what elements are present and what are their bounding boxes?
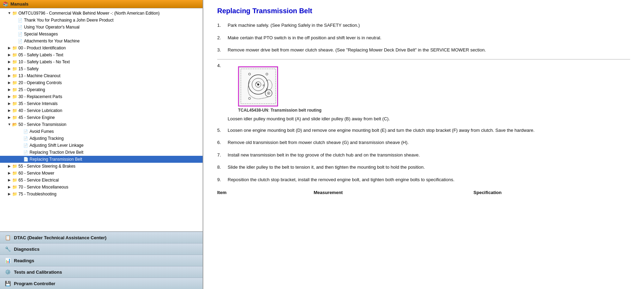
step-3: 3. Remove mower drive belt from mower cl…: [217, 47, 630, 54]
nav-readings[interactable]: 📊 Readings: [0, 255, 203, 266]
tree-label: 45 - Service Engine: [18, 114, 55, 121]
tree-label: 05 - Safety Labels - Text: [18, 52, 63, 58]
tree-item-00[interactable]: ▶ 📁 00 - Product Identification: [0, 45, 203, 51]
belt-diagram-caption: TCAL45438-UN: Transmission belt routing: [238, 108, 630, 113]
tree-item-thankyou[interactable]: 📄 Thank You for Purchasing a John Deere …: [0, 17, 203, 24]
step-9-num: 9.: [217, 176, 228, 183]
folder-icon-75: 📁: [12, 191, 17, 197]
manuals-icon: 📚: [3, 1, 8, 7]
tree-item-special[interactable]: 📄 Special Messages: [0, 31, 203, 38]
step-7-text: Install new transmission belt in the top…: [228, 152, 630, 159]
tree-item-05[interactable]: ▶ 📁 05 - Safety Labels - Text: [0, 51, 203, 58]
dtac-icon: 📋: [4, 234, 11, 241]
folder-icon-70: 📁: [12, 184, 17, 190]
tree-item-55[interactable]: ▶ 📁 55 - Service Steering & Brakes: [0, 163, 203, 170]
tree-label: 10 - Safety Labels - No Text: [18, 59, 70, 65]
tree-item-attachments[interactable]: 📄 Attachments for Your Machine: [0, 38, 203, 45]
step-8-num: 8.: [217, 164, 228, 171]
tree-label: 15 - Safety: [18, 66, 39, 72]
folder-icon-45: 📁: [12, 114, 17, 121]
page-title: Replacing Transmission Belt: [217, 7, 630, 15]
tree-item-15[interactable]: ▶ 📁 15 - Safety: [0, 65, 203, 72]
step-4-num: 4.: [217, 63, 228, 121]
nav-dtac-label: DTAC (Dealer Technical Assistance Center…: [14, 235, 106, 240]
tree-label: Avoid Fumes: [30, 128, 54, 135]
program-icon: 💾: [4, 280, 11, 287]
nav-diagnostics[interactable]: 🔧 Diagnostics: [0, 243, 203, 255]
tree-item-30[interactable]: ▶ 📁 30 - Replacement Parts: [0, 93, 203, 100]
folder-icon-50: 📂: [12, 121, 17, 128]
tree-item-50[interactable]: ▼ 📂 50 - Service Transmission: [0, 121, 203, 128]
step-1: 1. Park machine safely. (See Parking Saf…: [217, 22, 630, 29]
doc-icon-7: 📄: [23, 142, 28, 148]
left-bottom-nav: 📋 DTAC (Dealer Technical Assistance Cent…: [0, 232, 203, 289]
readings-icon: 📊: [4, 257, 11, 264]
doc-icon-9: 📄: [23, 156, 28, 162]
nav-diagnostics-label: Diagnostics: [14, 247, 40, 252]
svg-text:C: C: [266, 87, 268, 90]
step-3-text: Remove mower drive belt from mower clutc…: [228, 47, 630, 54]
manuals-title: Manuals: [10, 1, 28, 7]
tree-label: Replacing Traction Drive Belt: [30, 149, 83, 155]
nav-program[interactable]: 💾 Program Controller: [0, 278, 203, 289]
tree-item-adj-shift[interactable]: 📄 Adjusting Shift Lever Linkage: [0, 142, 203, 149]
doc-icon: 📄: [17, 17, 23, 23]
doc-icon-2: 📄: [17, 24, 23, 30]
tree-label: 13 - Machine Cleanout: [18, 73, 60, 79]
tree-item-60[interactable]: ▶ 📁 60 - Service Mower: [0, 170, 203, 177]
tree-area: ▼ 📁 OMTCU39796 - Commercial Walk Behind …: [0, 8, 203, 199]
step-5-num: 5.: [217, 127, 228, 134]
step-4: 4.: [217, 63, 630, 121]
diagnostics-icon: 🔧: [4, 246, 11, 252]
tree-label: 25 - Operating: [18, 87, 45, 93]
doc-icon-5: 📄: [23, 128, 28, 135]
nav-readings-label: Readings: [14, 258, 34, 263]
doc-icon-4: 📄: [17, 38, 23, 44]
belt-diagram-svg: A B C: [239, 67, 277, 105]
tree-item-avoid-fumes[interactable]: 📄 Avoid Fumes: [0, 128, 203, 135]
caption-text: Transmission belt routing: [270, 108, 321, 113]
folder-icon-65: 📁: [12, 177, 17, 183]
nav-tests[interactable]: ⚙️ Tests and Calibrations: [0, 266, 203, 278]
folder-icon-10: 📁: [12, 59, 17, 65]
nav-program-label: Program Controller: [14, 281, 55, 286]
tree-label-selected: Replacing Transmission Belt: [30, 156, 82, 162]
svg-text:A: A: [255, 81, 258, 85]
tree-item-adj-tracking[interactable]: 📄 Adjusting Tracking: [0, 135, 203, 142]
folder-icon-40: 📁: [12, 107, 17, 114]
step-8: 8. Slide the idler pulley to the belt to…: [217, 164, 630, 171]
tree-label: 30 - Replacement Parts: [18, 94, 62, 100]
step-1-text: Park machine safely. (See Parking Safely…: [228, 22, 630, 29]
tree-item-using[interactable]: 📄 Using Your Operator's Manual: [0, 24, 203, 31]
tree-item-45[interactable]: ▶ 📁 45 - Service Engine: [0, 114, 203, 121]
svg-point-8: [268, 93, 269, 94]
tree-item-10[interactable]: ▶ 📁 10 - Safety Labels - No Text: [0, 58, 203, 65]
tree-label: Special Messages: [24, 31, 58, 37]
tree-item-traction-belt[interactable]: 📄 Replacing Traction Drive Belt: [0, 149, 203, 156]
tree-item-13[interactable]: ▶ 📁 13 - Machine Cleanout: [0, 72, 203, 79]
tree-root[interactable]: ▼ 📁 OMTCU39796 - Commercial Walk Behind …: [0, 10, 203, 17]
tree-item-trans-belt-selected[interactable]: 📄 Replacing Transmission Belt: [0, 156, 203, 163]
tree-item-40[interactable]: ▶ 📁 40 - Service Lubrication: [0, 107, 203, 114]
svg-rect-0: [239, 67, 277, 105]
tree-label: Adjusting Tracking: [30, 135, 64, 142]
tests-icon: ⚙️: [4, 268, 11, 275]
step-4-image-container: A B C TCAL45438-UN: Transmission belt ro…: [238, 66, 630, 113]
tree-item-25[interactable]: ▶ 📁 25 - Operating: [0, 86, 203, 93]
tree-item-35[interactable]: ▶ 📁 35 - Service Intervals: [0, 100, 203, 107]
svg-point-5: [257, 83, 259, 86]
nav-dtac[interactable]: 📋 DTAC (Dealer Technical Assistance Cent…: [0, 232, 203, 243]
tree-label: 70 - Service Miscellaneous: [18, 184, 68, 190]
tree-item-65[interactable]: ▶ 📁 65 - Service Electrical: [0, 177, 203, 184]
step-1-num: 1.: [217, 22, 228, 29]
belt-diagram-box[interactable]: A B C: [238, 66, 278, 106]
tree-item-75[interactable]: ▶ 📁 75 - Troubleshooting: [0, 191, 203, 198]
tree-scroll-area[interactable]: 📚 Manuals ▼ 📁 OMTCU39796 - Commercial Wa…: [0, 0, 203, 232]
specs-col-item: Item: [217, 188, 313, 196]
tree-label: 40 - Service Lubrication: [18, 107, 62, 114]
doc-icon-8: 📄: [23, 149, 28, 155]
tree-item-70[interactable]: ▶ 📁 70 - Service Miscellaneous: [0, 184, 203, 191]
tree-item-20[interactable]: ▶ 📁 20 - Operating Controls: [0, 79, 203, 86]
tree-label: 50 - Service Transmission: [18, 121, 66, 128]
step-5-text: Loosen one engine mounting bolt (D) and …: [228, 127, 630, 134]
